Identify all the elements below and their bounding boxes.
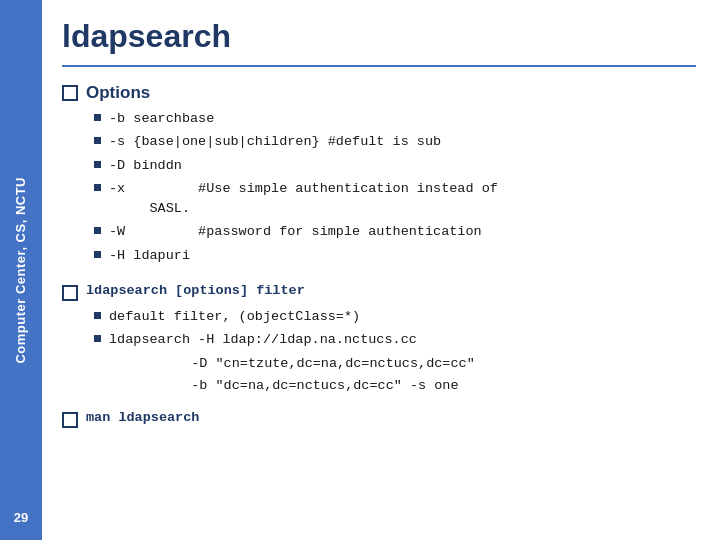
option-D: -D binddn xyxy=(109,156,182,176)
bullet-icon xyxy=(94,114,101,121)
bullet-icon xyxy=(94,161,101,168)
page-number: 29 xyxy=(8,504,34,530)
filter-default: default filter, (objectClass=*) xyxy=(109,307,360,327)
section-man-label: man ldapsearch xyxy=(86,410,199,425)
filter-ldapsearch: ldapsearch -H ldap://ldap.na.nctucs.cc xyxy=(109,330,417,350)
section-man-header: man ldapsearch xyxy=(62,410,696,428)
sidebar: Computer Center, CS, NCTU xyxy=(0,0,42,540)
list-item: default filter, (objectClass=*) xyxy=(94,307,696,327)
sidebar-label: Computer Center, CS, NCTU xyxy=(13,177,30,364)
list-item: -s {base|one|sub|children} #defult is su… xyxy=(94,132,696,152)
filter-extra-line-1: -D "cn=tzute,dc=na,dc=nctucs,dc=cc" xyxy=(94,353,696,375)
options-list: -b searchbase -s {base|one|sub|children}… xyxy=(94,109,696,266)
option-H-ldapuri: -H ldapuri xyxy=(109,246,190,266)
list-item: -W #password for simple authentication xyxy=(94,222,696,242)
checkbox-icon-man xyxy=(62,412,78,428)
option-W: -W #password for simple authentication xyxy=(109,222,482,242)
list-item: ldapsearch -H ldap://ldap.na.nctucs.cc xyxy=(94,330,696,350)
section-man: man ldapsearch xyxy=(62,410,696,434)
list-item: -b searchbase xyxy=(94,109,696,129)
option-b: -b searchbase xyxy=(109,109,214,129)
section-options: Options -b searchbase -s {base|one|sub|c… xyxy=(62,83,696,269)
bullet-icon xyxy=(94,184,101,191)
option-x: -x #Use simple authentication instead of… xyxy=(109,179,498,220)
option-s: -s {base|one|sub|children} #defult is su… xyxy=(109,132,441,152)
section-filter-header: ldapsearch [options] filter xyxy=(62,283,696,301)
page-title: ldapsearch xyxy=(62,18,696,55)
bullet-icon xyxy=(94,137,101,144)
filter-list: default filter, (objectClass=*) ldapsear… xyxy=(94,307,696,351)
filter-extra-line-2: -b "dc=na,dc=nctucs,dc=cc" -s one xyxy=(94,375,696,397)
checkbox-icon-options xyxy=(62,85,78,101)
bullet-icon xyxy=(94,312,101,319)
list-item: -x #Use simple authentication instead of… xyxy=(94,179,696,220)
divider xyxy=(62,65,696,67)
section-options-header: Options xyxy=(62,83,696,103)
main-content: ldapsearch Options -b searchbase -s {bas… xyxy=(42,0,720,540)
list-item: -H ldapuri xyxy=(94,246,696,266)
bullet-icon xyxy=(94,227,101,234)
list-item: -D binddn xyxy=(94,156,696,176)
section-filter: ldapsearch [options] filter default filt… xyxy=(62,283,696,397)
bullet-icon xyxy=(94,335,101,342)
section-filter-label: ldapsearch [options] filter xyxy=(86,283,305,298)
section-options-label: Options xyxy=(86,83,150,103)
checkbox-icon-filter xyxy=(62,285,78,301)
bullet-icon xyxy=(94,251,101,258)
